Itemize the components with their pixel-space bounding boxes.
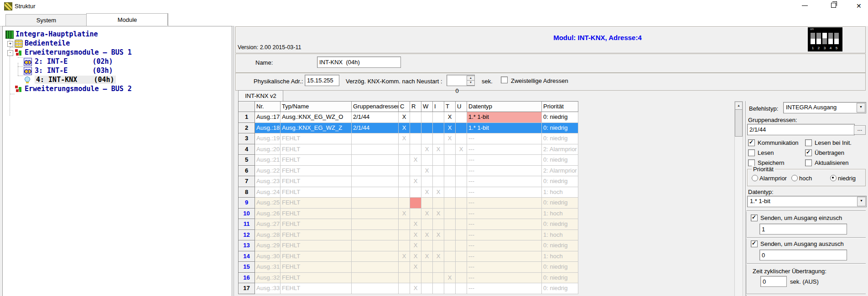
- table-row[interactable]: 16Ausg.:32FEHLTX---0: niedrig: [239, 273, 578, 284]
- tree-item-int-e-2[interactable]: 2: INT-E (02h): [3, 57, 232, 66]
- cell-flag-t[interactable]: [444, 219, 456, 230]
- tree-item-integra-hauptplatine[interactable]: Integra-Hauptplatine: [3, 30, 232, 39]
- cell-flag-t[interactable]: [444, 176, 456, 187]
- row-number[interactable]: 13: [239, 240, 255, 251]
- cell-flag-w[interactable]: X: [421, 230, 433, 241]
- uebertragen-checkbox[interactable]: [805, 149, 812, 156]
- cell-datentyp[interactable]: ---: [467, 166, 542, 177]
- cell-flag-i[interactable]: [433, 273, 444, 284]
- cell-gruppenadressen[interactable]: [352, 176, 399, 187]
- cell-flag-i[interactable]: [433, 219, 444, 230]
- cell-gruppenadressen[interactable]: [352, 133, 399, 144]
- cell-flag-c[interactable]: [399, 230, 410, 241]
- table-row[interactable]: 1Ausg.:17Ausg.:KNX_EG_WZ_O2/1/44XX1.* 1-…: [239, 112, 578, 123]
- row-number[interactable]: 17: [239, 283, 255, 294]
- cell-flag-i[interactable]: [433, 262, 444, 273]
- row-number[interactable]: 9: [239, 198, 255, 209]
- cell-flag-u[interactable]: [456, 209, 467, 219]
- cell-prioritaet[interactable]: 0: niedrig: [542, 273, 578, 284]
- niedrig-radio[interactable]: [830, 175, 837, 181]
- minimize-button[interactable]: [802, 5, 808, 6]
- table-row[interactable]: 9Ausg.:25FEHLT---0: niedrig: [239, 198, 578, 209]
- cell-typ-name[interactable]: FEHLT: [281, 262, 352, 273]
- cell-flag-i[interactable]: [433, 112, 444, 123]
- cell-gruppenadressen[interactable]: [352, 155, 399, 166]
- send-off-checkbox[interactable]: [751, 240, 758, 247]
- spinner-down-icon[interactable]: ▼: [467, 80, 475, 86]
- phys-addr-input[interactable]: 15.15.255: [305, 75, 339, 86]
- cell-flag-w[interactable]: [421, 283, 433, 294]
- cell-flag-w[interactable]: X: [421, 251, 433, 262]
- cell-flag-t[interactable]: [444, 209, 456, 219]
- cell-flag-i[interactable]: [433, 123, 444, 134]
- cell-nr[interactable]: Ausg.:27: [255, 219, 281, 230]
- name-input[interactable]: INT-KNX (04h): [317, 56, 401, 68]
- cell-prioritaet[interactable]: 2: Alarmprior: [542, 144, 578, 155]
- cell-flag-t[interactable]: [444, 240, 456, 251]
- cell-flag-t[interactable]: [444, 187, 456, 198]
- cell-flag-t[interactable]: X: [444, 133, 456, 144]
- table-row[interactable]: 8Ausg.:24FEHLTXX---1: hoch: [239, 187, 578, 198]
- table-row[interactable]: 7Ausg.:23FEHLTX---0: niedrig: [239, 176, 578, 187]
- hoch-radio[interactable]: [791, 175, 798, 181]
- tree-item-bedienteile[interactable]: +Bedienteile: [3, 39, 232, 48]
- alarmprior-radio[interactable]: [752, 175, 758, 181]
- cell-datentyp[interactable]: 1.* 1-bit: [467, 112, 542, 123]
- cell-nr[interactable]: Ausg.:28: [255, 230, 281, 241]
- cell-flag-r[interactable]: [410, 209, 421, 219]
- cell-flag-c[interactable]: [399, 198, 410, 209]
- cell-flag-t[interactable]: [444, 230, 456, 241]
- cell-typ-name[interactable]: FEHLT: [281, 230, 352, 241]
- cell-flag-c[interactable]: [399, 187, 410, 198]
- cell-typ-name[interactable]: FEHLT: [281, 176, 352, 187]
- cell-flag-c[interactable]: [399, 283, 410, 294]
- cell-nr[interactable]: Ausg.:17: [255, 112, 281, 123]
- cell-datentyp[interactable]: ---: [467, 209, 542, 219]
- tree-item-int-knx-4[interactable]: 4: INT-KNX (04h): [3, 75, 232, 84]
- cell-flag-r[interactable]: X: [410, 219, 421, 230]
- cell-datentyp[interactable]: ---: [467, 262, 542, 273]
- cell-flag-r[interactable]: X: [410, 230, 421, 241]
- row-number[interactable]: 15: [239, 262, 255, 273]
- cell-flag-r[interactable]: X: [410, 240, 421, 251]
- table-row[interactable]: 13Ausg.:29FEHLTX---0: niedrig: [239, 240, 578, 251]
- cell-flag-w[interactable]: X: [421, 209, 433, 219]
- cell-datentyp[interactable]: ---: [467, 133, 542, 144]
- scroll-thumb[interactable]: [735, 109, 743, 137]
- cell-flag-w[interactable]: [421, 123, 433, 134]
- cell-flag-r[interactable]: [410, 133, 421, 144]
- cell-typ-name[interactable]: FEHLT: [281, 155, 352, 166]
- cell-flag-i[interactable]: X: [433, 209, 444, 219]
- cell-flag-t[interactable]: X: [444, 273, 456, 284]
- cell-flag-i[interactable]: X: [433, 230, 444, 241]
- cell-gruppenadressen[interactable]: [352, 273, 399, 284]
- cell-flag-t[interactable]: [444, 251, 456, 262]
- cell-typ-name[interactable]: Ausg.:KNX_EG_WZ_O: [281, 112, 352, 123]
- row-number[interactable]: 5: [239, 155, 255, 166]
- cell-typ-name[interactable]: FEHLT: [281, 283, 352, 294]
- cell-flag-w[interactable]: [421, 198, 433, 209]
- table-row[interactable]: 17Ausg.:33FEHLTX---0: niedrig: [239, 283, 578, 294]
- cell-flag-i[interactable]: [433, 155, 444, 166]
- cell-prioritaet[interactable]: 2: Alarmprior: [542, 166, 578, 177]
- cell-flag-u[interactable]: [456, 219, 467, 230]
- row-number[interactable]: 8: [239, 187, 255, 198]
- cell-flag-r[interactable]: [410, 198, 421, 209]
- cell-typ-name[interactable]: FEHLT: [281, 133, 352, 144]
- cell-flag-c[interactable]: X: [399, 251, 410, 262]
- cell-flag-c[interactable]: X: [399, 123, 410, 134]
- cell-gruppenadressen[interactable]: [352, 230, 399, 241]
- cell-gruppenadressen[interactable]: [352, 219, 399, 230]
- cell-datentyp[interactable]: ---: [467, 230, 542, 241]
- close-icon[interactable]: ✕: [856, 2, 862, 10]
- cell-flag-r[interactable]: [410, 144, 421, 155]
- zeit-input[interactable]: 0: [760, 276, 787, 287]
- cell-flag-c[interactable]: [399, 144, 410, 155]
- cell-flag-i[interactable]: [433, 283, 444, 294]
- cell-flag-r[interactable]: X: [410, 155, 421, 166]
- cell-flag-r[interactable]: [410, 166, 421, 177]
- speichern-checkbox[interactable]: [748, 159, 755, 166]
- cell-nr[interactable]: Ausg.:20: [255, 144, 281, 155]
- cell-prioritaet[interactable]: 0: niedrig: [542, 219, 578, 230]
- table-row[interactable]: 10Ausg.:26FEHLTXXX---1: hoch: [239, 209, 578, 219]
